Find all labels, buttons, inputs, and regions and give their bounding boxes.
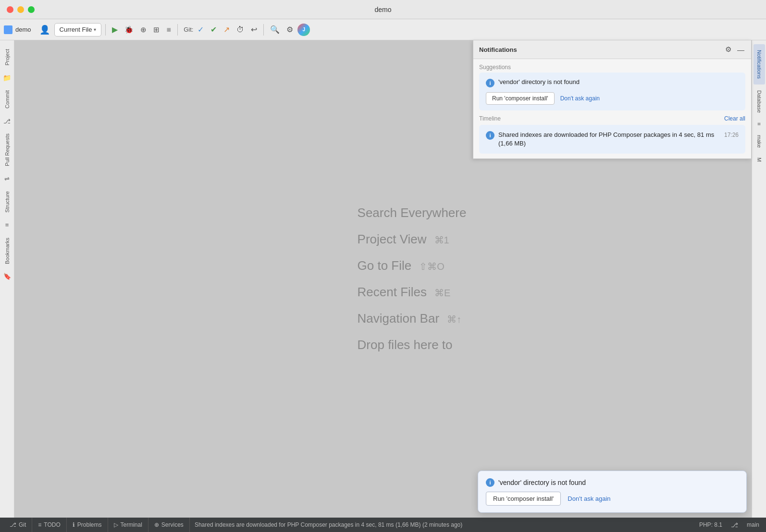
sidebar-folder-icon[interactable]: 📁: [3, 74, 11, 82]
notifications-body: Suggestions i 'vendor' directory is not …: [473, 59, 751, 158]
problems-tab-icon: ℹ: [73, 521, 75, 528]
suggestion-actions: Run 'composer install' Don't ask again: [486, 92, 739, 105]
todo-tab-icon: ≡: [38, 521, 41, 528]
run-button[interactable]: ▶: [110, 23, 120, 36]
window-controls[interactable]: [7, 6, 35, 13]
php-version[interactable]: PHP: 8.1: [696, 521, 725, 528]
hint-drop-files-text: Drop files here to: [358, 338, 453, 352]
sidebar-item-make[interactable]: make: [754, 129, 765, 154]
clear-all-button[interactable]: Clear all: [724, 115, 745, 122]
status-tab-todo[interactable]: ≡ TODO: [32, 518, 66, 532]
sidebar-pr-icon[interactable]: ⇌: [3, 175, 11, 182]
floating-notif-actions: Run 'composer install' Don't ask again: [486, 492, 739, 506]
git-history-button[interactable]: ⏱: [234, 24, 247, 36]
title-bar: demo: [0, 0, 766, 19]
status-tab-git[interactable]: ⎇ Git: [4, 518, 32, 532]
sidebar-make-icon: M: [754, 154, 765, 166]
sidebar-database-icon: ≡: [754, 119, 765, 129]
hint-navigation-bar-shortcut: ⌘↑: [447, 314, 461, 325]
toolbar-divider-1: [105, 24, 106, 36]
git-push-button[interactable]: ✓: [195, 23, 206, 36]
search-everywhere-button[interactable]: 🔍: [268, 23, 282, 36]
timeline-label: Timeline: [479, 115, 501, 122]
hint-project-view: Project View ⌘1: [358, 232, 449, 247]
hint-search-text: Search Everywhere: [358, 206, 467, 220]
services-tab-icon: ⊕: [154, 521, 159, 528]
hint-go-to-file-text: Go to File: [358, 258, 412, 273]
notifications-header: Notifications ⚙ —: [473, 40, 751, 59]
floating-dont-ask-link[interactable]: Don't ask again: [568, 495, 610, 502]
hint-drop-files: Drop files here to: [358, 338, 453, 352]
git-tab-icon: ⎇: [10, 521, 16, 528]
run-with-coverage-button[interactable]: ⊞: [151, 24, 162, 36]
hint-go-to-file-shortcut: ⇧⌘O: [419, 261, 445, 272]
timeline-card: i Shared indexes are downloaded for PHP …: [479, 125, 745, 154]
hint-project-view-text: Project View: [358, 232, 427, 247]
window-title: demo: [374, 6, 391, 13]
user-icon-button[interactable]: 👤: [37, 23, 52, 37]
settings-button[interactable]: ⚙: [284, 23, 296, 36]
git-branch-name[interactable]: main: [744, 521, 762, 528]
git-revert-button[interactable]: ↩: [248, 23, 259, 36]
sidebar-item-project[interactable]: Project: [1, 44, 13, 70]
hint-search: Search Everywhere: [358, 206, 467, 220]
timeline-text: Shared indexes are downloaded for PHP Co…: [498, 131, 720, 148]
hint-recent-files-text: Recent Files: [358, 285, 427, 300]
floating-info-icon: i: [486, 478, 494, 487]
toolbar: demo 👤 Current File ▾ ▶ 🐞 ⊕ ⊞ ■ Git: ✓ ✔…: [0, 19, 766, 40]
maximize-button[interactable]: [28, 6, 35, 13]
suggestion-text: 'vendor' directory is not found: [498, 78, 580, 85]
notifications-settings-button[interactable]: ⚙: [724, 44, 732, 55]
suggestions-section: Suggestions i 'vendor' directory is not …: [479, 64, 745, 110]
sidebar-item-structure[interactable]: Structure: [1, 186, 13, 218]
notifications-minimize-button[interactable]: —: [736, 45, 745, 55]
chevron-down-icon: ▾: [94, 27, 96, 32]
status-tab-services[interactable]: ⊕ Services: [148, 518, 190, 532]
status-message: Shared indexes are downloaded for PHP Co…: [190, 521, 696, 528]
git-branch-icon: ⎇: [728, 521, 741, 529]
floating-run-composer-button[interactable]: Run 'composer install': [486, 492, 561, 506]
stop-button[interactable]: ■: [164, 24, 173, 36]
status-tab-terminal[interactable]: ▷ Terminal: [108, 518, 148, 532]
debug-button[interactable]: 🐞: [122, 24, 136, 36]
timeline-info-icon: i: [486, 131, 494, 140]
timeline-card-left: i Shared indexes are downloaded for PHP …: [486, 131, 720, 148]
git-commit-button[interactable]: ✔: [208, 23, 219, 36]
sidebar-item-pull-requests[interactable]: Pull Requests: [1, 129, 13, 171]
main-container: Project 📁 Commit ⎇ Pull Requests ⇌ Struc…: [0, 40, 766, 518]
suggestion-info-icon: i: [486, 79, 494, 87]
sidebar-item-bookmarks[interactable]: Bookmarks: [1, 233, 13, 269]
minimize-button[interactable]: [17, 6, 24, 13]
sidebar-item-commit[interactable]: Commit: [1, 85, 13, 113]
git-update-button[interactable]: ↗: [221, 23, 232, 36]
profile-button[interactable]: ⊕: [138, 24, 149, 36]
hint-go-to-file: Go to File ⇧⌘O: [358, 258, 445, 273]
close-button[interactable]: [7, 6, 13, 13]
status-tab-problems[interactable]: ℹ Problems: [67, 518, 108, 532]
status-bar-right: PHP: 8.1 ⎇ main: [696, 521, 762, 529]
sidebar-item-notifications[interactable]: Notifications: [754, 44, 765, 85]
project-icon: [4, 25, 12, 34]
sidebar-commit-icon[interactable]: ⎇: [3, 117, 11, 125]
toolbar-divider-3: [263, 24, 264, 36]
notifications-title: Notifications: [479, 46, 517, 53]
jetbrains-logo[interactable]: J: [297, 24, 310, 36]
sidebar-structure-icon[interactable]: ≡: [3, 221, 11, 229]
sidebar-bookmark-icon[interactable]: 🔖: [3, 273, 11, 280]
terminal-tab-icon: ▷: [114, 521, 118, 528]
current-file-dropdown[interactable]: Current File ▾: [54, 23, 102, 36]
git-label: Git:: [184, 26, 193, 33]
notifications-actions: ⚙ —: [724, 44, 745, 55]
right-sidebar: Notifications Database ≡ make M: [752, 40, 766, 518]
dont-ask-again-link[interactable]: Don't ask again: [560, 95, 600, 102]
floating-notif-header: i 'vendor' directory is not found: [486, 478, 739, 487]
current-file-label: Current File: [60, 26, 92, 33]
editor-placeholder-hints: Search Everywhere Project View ⌘1 Go to …: [300, 206, 467, 352]
status-bar-left: ⎇ Git ≡ TODO ℹ Problems ▷ Terminal ⊕ Ser…: [4, 518, 696, 532]
todo-tab-label: TODO: [44, 521, 60, 528]
hint-navigation-bar-text: Navigation Bar: [358, 311, 440, 326]
run-composer-install-button[interactable]: Run 'composer install': [486, 92, 555, 105]
sidebar-item-database[interactable]: Database: [754, 85, 765, 119]
timeline-time: 17:26: [724, 132, 739, 138]
terminal-tab-label: Terminal: [121, 521, 142, 528]
